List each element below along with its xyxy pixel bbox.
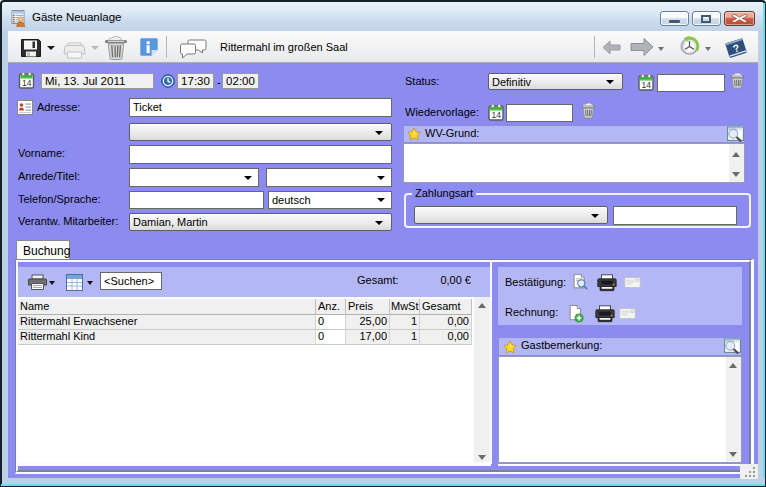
svg-text:14: 14: [22, 78, 32, 88]
svg-text:14: 14: [491, 110, 501, 120]
svg-text:14: 14: [641, 80, 651, 90]
